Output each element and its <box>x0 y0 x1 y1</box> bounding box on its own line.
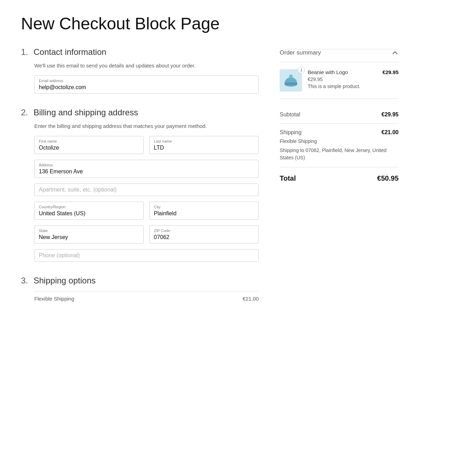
shipping-method-label: Flexible Shipping <box>34 296 74 302</box>
shipping-method-price: €21.00 <box>243 296 259 302</box>
section-shipping: 3. Shipping options Flexible Shipping €2… <box>21 276 259 306</box>
section-address: 2. Billing and shipping address Enter th… <box>21 108 259 262</box>
state-value: New Jersey <box>39 234 68 240</box>
city-label: City <box>154 205 254 209</box>
chevron-up-icon[interactable] <box>392 49 399 56</box>
country-label: Country/Region <box>39 205 139 209</box>
product-row: 1 <box>280 69 399 99</box>
section-contact-number: 1. <box>21 47 28 57</box>
shipping-row-top: Shipping €21.00 <box>280 129 399 137</box>
shipping-options-area: Flexible Shipping €21.00 <box>21 291 259 306</box>
apartment-placeholder: Apartment, suite, etc. (optional) <box>39 187 116 193</box>
section-address-header: 2. Billing and shipping address <box>21 108 259 117</box>
shipping-value: €21.00 <box>381 129 399 136</box>
svg-point-2 <box>289 74 293 78</box>
phone-field[interactable]: Phone (optional) <box>34 249 259 262</box>
shipping-address-text: Shipping to 07062, Plainfield, New Jerse… <box>280 147 399 161</box>
section-contact-title: Contact information <box>34 47 106 57</box>
product-badge: 1 <box>298 66 305 73</box>
country-field[interactable]: Country/Region United States (US) <box>34 202 144 220</box>
svg-rect-3 <box>285 83 297 84</box>
zip-label: ZIP Code <box>154 229 254 233</box>
last-name-value: LTD <box>154 145 164 151</box>
country-city-row: Country/Region United States (US) City P… <box>34 202 259 220</box>
phone-placeholder: Phone (optional) <box>39 252 80 258</box>
section-contact-header: 1. Contact information <box>21 47 259 57</box>
shipping-label: Shipping <box>280 129 301 136</box>
shipping-details: Shipping €21.00 Flexible Shipping Shippi… <box>280 124 399 167</box>
total-label: Total <box>280 174 296 182</box>
apartment-field-wrapper: Apartment, suite, etc. (optional) <box>34 183 259 196</box>
shipping-option-row: Flexible Shipping €21.00 <box>34 291 259 306</box>
address-field[interactable]: Address 136 Emerson Ave <box>34 160 259 178</box>
product-description: This is a simple product. <box>308 84 399 89</box>
address-field-wrapper: Address 136 Emerson Ave <box>34 160 259 178</box>
address-label: Address <box>39 163 254 167</box>
order-summary-title: Order summary <box>280 49 321 56</box>
section-address-description: Enter the billing and shipping address t… <box>21 123 259 129</box>
section-shipping-title: Shipping options <box>34 276 95 286</box>
email-label: Email address <box>39 79 254 83</box>
city-field[interactable]: City Plainfield <box>149 202 259 220</box>
first-name-field[interactable]: First name Octolize <box>34 136 144 154</box>
page-wrapper: New Checkout Block Page 1. Contact infor… <box>0 0 451 476</box>
product-image <box>280 69 302 92</box>
address-form: First name Octolize Last name LTD Addres… <box>21 136 259 262</box>
first-name-label: First name <box>39 139 139 143</box>
section-shipping-header: 3. Shipping options <box>21 276 259 286</box>
product-price-sub: €29.95 <box>308 77 399 82</box>
page-title: New Checkout Block Page <box>21 14 259 33</box>
name-row: First name Octolize Last name LTD <box>34 136 259 154</box>
state-label: State <box>39 229 139 233</box>
address-value: 136 Emerson Ave <box>39 168 83 174</box>
apartment-field[interactable]: Apartment, suite, etc. (optional) <box>34 183 259 196</box>
email-value: help@octolize.com <box>39 84 86 90</box>
product-info: Beanie with Logo €29.95 €29.95 This is a… <box>308 69 399 92</box>
section-shipping-number: 3. <box>21 276 28 286</box>
first-name-value: Octolize <box>39 145 59 151</box>
last-name-field[interactable]: Last name LTD <box>149 136 259 154</box>
zip-value: 07062 <box>154 234 170 240</box>
zip-field[interactable]: ZIP Code 07062 <box>149 225 259 244</box>
order-summary-header: Order summary <box>280 49 399 62</box>
email-field[interactable]: Email address help@octolize.com <box>34 75 259 94</box>
state-field[interactable]: State New Jersey <box>34 225 144 244</box>
subtotal-label: Subtotal <box>280 111 300 118</box>
beanie-svg <box>282 72 299 89</box>
product-name-row: Beanie with Logo €29.95 <box>308 69 399 75</box>
shipping-method-text: Flexible Shipping <box>280 138 399 144</box>
product-name: Beanie with Logo <box>308 69 348 75</box>
total-row: Total €50.95 <box>280 167 399 189</box>
section-address-title: Billing and shipping address <box>34 108 138 117</box>
country-value: United States (US) <box>39 210 85 216</box>
product-price-bold: €29.95 <box>382 69 399 75</box>
subtotal-row: Subtotal €29.95 <box>280 106 399 124</box>
total-value: €50.95 <box>377 174 399 182</box>
city-value: Plainfield <box>154 210 177 216</box>
phone-field-wrapper: Phone (optional) <box>34 249 259 262</box>
main-content: New Checkout Block Page 1. Contact infor… <box>21 14 259 462</box>
contact-form: Email address help@octolize.com <box>21 75 259 94</box>
last-name-label: Last name <box>154 139 254 143</box>
order-summary-sidebar: Order summary 1 <box>280 14 399 462</box>
section-contact-description: We'll use this email to send you details… <box>21 63 259 68</box>
subtotal-value: €29.95 <box>381 111 399 118</box>
section-contact: 1. Contact information We'll use this em… <box>21 47 259 94</box>
state-zip-row: State New Jersey ZIP Code 07062 <box>34 225 259 244</box>
product-image-wrapper: 1 <box>280 69 302 92</box>
section-address-number: 2. <box>21 108 28 117</box>
email-field-wrapper: Email address help@octolize.com <box>34 75 259 94</box>
